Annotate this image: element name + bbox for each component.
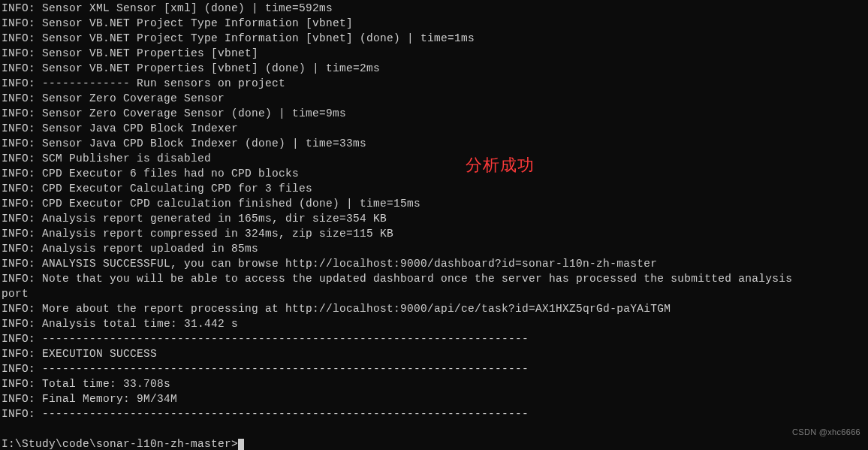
cursor — [238, 439, 244, 450]
log-line: INFO: Sensor VB.NET Project Type Informa… — [2, 31, 866, 46]
log-line: INFO: Sensor Java CPD Block Indexer (don… — [2, 136, 866, 151]
prompt-path: I:\Study\code\sonar-l10n-zh-master> — [2, 438, 238, 450]
log-line: INFO: Sensor VB.NET Properties [vbnet] — [2, 46, 866, 61]
log-line: INFO: ----------------------------------… — [2, 361, 866, 376]
log-line: INFO: Note that you will be able to acce… — [2, 271, 866, 286]
log-line: INFO: Analysis report compressed in 324m… — [2, 226, 866, 241]
log-line: INFO: Analysis report generated in 165ms… — [2, 211, 866, 226]
terminal-output: INFO: Sensor XML Sensor [xml] (done) | t… — [0, 0, 868, 450]
log-line: INFO: SCM Publisher is disabled — [2, 151, 866, 166]
log-line: INFO: ANALYSIS SUCCESSFUL, you can brows… — [2, 256, 866, 271]
log-line: INFO: Total time: 33.708s — [2, 376, 866, 391]
log-line: INFO: More about the report processing a… — [2, 301, 866, 316]
log-line: INFO: Sensor Zero Coverage Sensor (done)… — [2, 106, 866, 121]
log-line: INFO: Sensor Zero Coverage Sensor — [2, 91, 866, 106]
log-line: INFO: Analysis report uploaded in 85ms — [2, 241, 866, 256]
log-line: INFO: CPD Executor 6 files had no CPD bl… — [2, 166, 866, 181]
log-line: port — [2, 286, 866, 301]
log-line: INFO: Final Memory: 9M/34M — [2, 391, 866, 406]
command-prompt[interactable]: I:\Study\code\sonar-l10n-zh-master> — [2, 436, 866, 450]
log-line: INFO: ----------------------------------… — [2, 331, 866, 346]
log-line: INFO: Analysis total time: 31.442 s — [2, 316, 866, 331]
log-line: INFO: ----------------------------------… — [2, 406, 866, 421]
log-line: INFO: Sensor XML Sensor [xml] (done) | t… — [2, 1, 866, 16]
annotation-label: 分析成功 — [466, 158, 535, 173]
log-line: INFO: CPD Executor Calculating CPD for 3… — [2, 181, 866, 196]
log-line: INFO: EXECUTION SUCCESS — [2, 346, 866, 361]
log-line: INFO: Sensor VB.NET Properties [vbnet] (… — [2, 61, 866, 76]
log-line: INFO: ------------- Run sensors on proje… — [2, 76, 866, 91]
log-line: INFO: Sensor Java CPD Block Indexer — [2, 121, 866, 136]
watermark: CSDN @xhc6666 — [792, 424, 860, 439]
log-line: INFO: CPD Executor CPD calculation finis… — [2, 196, 866, 211]
log-line: INFO: Sensor VB.NET Project Type Informa… — [2, 16, 866, 31]
